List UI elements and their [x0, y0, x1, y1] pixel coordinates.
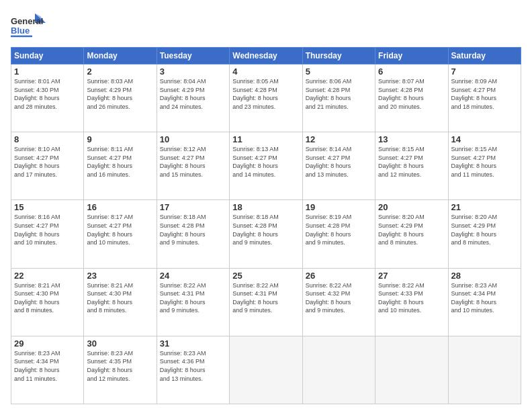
calendar-cell [375, 336, 448, 404]
calendar-header-monday: Monday [84, 48, 157, 64]
calendar-cell: 28Sunrise: 8:23 AMSunset: 4:34 PMDayligh… [448, 268, 521, 336]
day-info: Sunrise: 8:20 AMSunset: 4:29 PMDaylight:… [378, 213, 445, 246]
day-info: Sunrise: 8:14 AMSunset: 4:27 PMDaylight:… [306, 145, 372, 179]
day-number: 2 [87, 66, 153, 77]
day-number: 17 [160, 202, 226, 212]
calendar-header-saturday: Saturday [448, 48, 521, 64]
day-info: Sunrise: 8:18 AMSunset: 4:28 PMDaylight:… [160, 213, 226, 246]
calendar-cell: 8Sunrise: 8:10 AMSunset: 4:27 PMDaylight… [11, 132, 84, 200]
day-info: Sunrise: 8:21 AMSunset: 4:30 PMDaylight:… [87, 281, 153, 315]
calendar-cell: 18Sunrise: 8:18 AMSunset: 4:28 PMDayligh… [230, 200, 302, 268]
day-number: 1 [14, 66, 81, 77]
calendar-header-sunday: Sunday [11, 48, 84, 64]
calendar-cell: 7Sunrise: 8:09 AMSunset: 4:27 PMDaylight… [448, 64, 521, 132]
calendar-cell [302, 336, 375, 404]
day-info: Sunrise: 8:22 AMSunset: 4:33 PMDaylight:… [378, 281, 445, 315]
calendar-cell: 13Sunrise: 8:15 AMSunset: 4:27 PMDayligh… [375, 132, 448, 200]
calendar-header-friday: Friday [375, 48, 448, 64]
day-number: 15 [14, 202, 81, 212]
calendar-cell: 25Sunrise: 8:22 AMSunset: 4:31 PMDayligh… [230, 268, 302, 336]
day-info: Sunrise: 8:04 AMSunset: 4:29 PMDaylight:… [160, 77, 226, 111]
day-number: 24 [160, 271, 226, 281]
day-number: 28 [451, 271, 518, 281]
calendar-cell: 24Sunrise: 8:22 AMSunset: 4:31 PMDayligh… [157, 268, 229, 336]
day-info: Sunrise: 8:10 AMSunset: 4:27 PMDaylight:… [14, 145, 81, 179]
day-number: 30 [87, 338, 153, 349]
day-info: Sunrise: 8:03 AMSunset: 4:29 PMDaylight:… [87, 77, 153, 111]
day-number: 18 [232, 202, 299, 212]
day-number: 21 [451, 202, 518, 212]
day-number: 12 [306, 134, 372, 144]
calendar-cell: 6Sunrise: 8:07 AMSunset: 4:28 PMDaylight… [375, 64, 448, 132]
day-number: 9 [87, 134, 153, 144]
calendar-cell: 16Sunrise: 8:17 AMSunset: 4:27 PMDayligh… [84, 200, 157, 268]
day-number: 7 [451, 66, 518, 77]
day-info: Sunrise: 8:23 AMSunset: 4:34 PMDaylight:… [451, 281, 518, 315]
calendar-cell: 11Sunrise: 8:13 AMSunset: 4:27 PMDayligh… [230, 132, 302, 200]
day-info: Sunrise: 8:20 AMSunset: 4:29 PMDaylight:… [451, 213, 518, 246]
day-number: 22 [14, 271, 81, 281]
calendar-cell: 23Sunrise: 8:21 AMSunset: 4:30 PMDayligh… [84, 268, 157, 336]
day-info: Sunrise: 8:06 AMSunset: 4:28 PMDaylight:… [306, 77, 372, 111]
day-info: Sunrise: 8:18 AMSunset: 4:28 PMDaylight:… [232, 213, 299, 246]
calendar-cell: 3Sunrise: 8:04 AMSunset: 4:29 PMDaylight… [157, 64, 229, 132]
day-number: 10 [160, 134, 226, 144]
day-info: Sunrise: 8:11 AMSunset: 4:27 PMDaylight:… [87, 145, 153, 179]
day-number: 14 [451, 134, 518, 144]
day-number: 13 [378, 134, 445, 144]
day-number: 27 [378, 271, 445, 281]
day-info: Sunrise: 8:22 AMSunset: 4:32 PMDaylight:… [306, 281, 372, 315]
svg-text:General: General [11, 16, 43, 26]
day-info: Sunrise: 8:23 AMSunset: 4:34 PMDaylight:… [14, 349, 81, 383]
calendar-cell: 22Sunrise: 8:21 AMSunset: 4:30 PMDayligh… [11, 268, 84, 336]
calendar-cell: 21Sunrise: 8:20 AMSunset: 4:29 PMDayligh… [448, 200, 521, 268]
calendar-cell: 29Sunrise: 8:23 AMSunset: 4:34 PMDayligh… [11, 336, 84, 404]
calendar-week-2: 8Sunrise: 8:10 AMSunset: 4:27 PMDaylight… [11, 132, 521, 200]
day-info: Sunrise: 8:17 AMSunset: 4:27 PMDaylight:… [87, 213, 153, 246]
calendar-cell: 9Sunrise: 8:11 AMSunset: 4:27 PMDaylight… [84, 132, 157, 200]
day-number: 31 [160, 338, 226, 349]
calendar-week-1: 1Sunrise: 8:01 AMSunset: 4:30 PMDaylight… [11, 64, 521, 132]
calendar-cell [230, 336, 302, 404]
day-number: 19 [306, 202, 372, 212]
header: General Blue [11, 11, 521, 40]
calendar-cell: 15Sunrise: 8:16 AMSunset: 4:27 PMDayligh… [11, 200, 84, 268]
day-info: Sunrise: 8:23 AMSunset: 4:36 PMDaylight:… [160, 349, 226, 383]
day-number: 23 [87, 271, 153, 281]
day-info: Sunrise: 8:19 AMSunset: 4:28 PMDaylight:… [306, 213, 372, 246]
day-info: Sunrise: 8:05 AMSunset: 4:28 PMDaylight:… [232, 77, 299, 111]
calendar-table: SundayMondayTuesdayWednesdayThursdayFrid… [11, 47, 521, 404]
calendar-cell [448, 336, 521, 404]
day-info: Sunrise: 8:22 AMSunset: 4:31 PMDaylight:… [160, 281, 226, 315]
calendar-cell: 2Sunrise: 8:03 AMSunset: 4:29 PMDaylight… [84, 64, 157, 132]
logo-icon: General Blue [11, 11, 46, 40]
day-info: Sunrise: 8:15 AMSunset: 4:27 PMDaylight:… [378, 145, 445, 179]
logo: General Blue [11, 11, 46, 40]
calendar-cell: 20Sunrise: 8:20 AMSunset: 4:29 PMDayligh… [375, 200, 448, 268]
calendar-header-thursday: Thursday [302, 48, 375, 64]
calendar-cell: 5Sunrise: 8:06 AMSunset: 4:28 PMDaylight… [302, 64, 375, 132]
day-number: 5 [306, 66, 372, 77]
day-number: 26 [306, 271, 372, 281]
day-number: 4 [232, 66, 299, 77]
day-number: 11 [232, 134, 299, 144]
day-number: 6 [378, 66, 445, 77]
day-number: 16 [87, 202, 153, 212]
calendar-header-tuesday: Tuesday [157, 48, 229, 64]
calendar-cell: 30Sunrise: 8:23 AMSunset: 4:35 PMDayligh… [84, 336, 157, 404]
day-info: Sunrise: 8:22 AMSunset: 4:31 PMDaylight:… [232, 281, 299, 315]
calendar-cell: 19Sunrise: 8:19 AMSunset: 4:28 PMDayligh… [302, 200, 375, 268]
calendar-cell: 12Sunrise: 8:14 AMSunset: 4:27 PMDayligh… [302, 132, 375, 200]
calendar-header-row: SundayMondayTuesdayWednesdayThursdayFrid… [11, 48, 521, 64]
calendar-cell: 14Sunrise: 8:15 AMSunset: 4:27 PMDayligh… [448, 132, 521, 200]
svg-text:Blue: Blue [11, 26, 30, 36]
day-number: 8 [14, 134, 81, 144]
day-info: Sunrise: 8:15 AMSunset: 4:27 PMDaylight:… [451, 145, 518, 179]
calendar-cell: 4Sunrise: 8:05 AMSunset: 4:28 PMDaylight… [230, 64, 302, 132]
day-number: 3 [160, 66, 226, 77]
calendar-cell: 10Sunrise: 8:12 AMSunset: 4:27 PMDayligh… [157, 132, 229, 200]
page: General Blue SundayMondayTuesdayWednesda… [0, 0, 532, 411]
day-info: Sunrise: 8:16 AMSunset: 4:27 PMDaylight:… [14, 213, 81, 246]
calendar-cell: 17Sunrise: 8:18 AMSunset: 4:28 PMDayligh… [157, 200, 229, 268]
day-info: Sunrise: 8:09 AMSunset: 4:27 PMDaylight:… [451, 77, 518, 111]
